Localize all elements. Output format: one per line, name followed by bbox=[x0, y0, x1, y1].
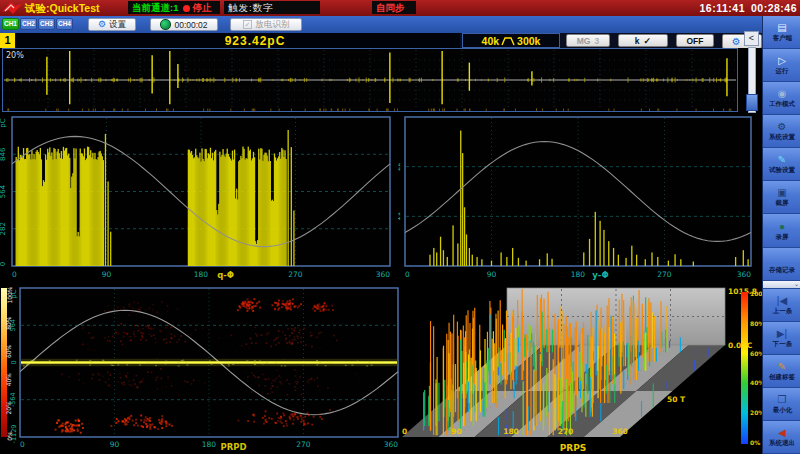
plot-area: 20% pC8465642820090180270360q-Φ 22110901… bbox=[0, 48, 762, 454]
sidebar-item-client[interactable]: ▤客户端 bbox=[763, 16, 800, 49]
svg-text:270: 270 bbox=[296, 440, 311, 449]
collapse-panel-button[interactable]: < bbox=[744, 31, 759, 46]
svg-text:0: 0 bbox=[10, 360, 18, 364]
off-button[interactable]: OFF bbox=[676, 34, 714, 47]
sidebar-item-test-settings[interactable]: ✎试验设置 bbox=[763, 148, 800, 181]
settings-label: 设置 bbox=[109, 19, 126, 31]
screen-record-icon: ● bbox=[779, 221, 785, 232]
svg-text:0: 0 bbox=[20, 440, 25, 449]
sidebar-item-system-settings[interactable]: ⚙系统设置 bbox=[763, 115, 800, 148]
next-icon: ▶| bbox=[777, 328, 787, 339]
filter-band-display[interactable]: 40k 300k bbox=[462, 33, 560, 48]
channel-badge: 1 bbox=[0, 33, 15, 48]
svg-text:270: 270 bbox=[288, 270, 303, 279]
channel-button-ch2[interactable]: CH2 bbox=[20, 18, 37, 30]
svg-text:270: 270 bbox=[657, 270, 672, 279]
test-settings-icon: ✎ bbox=[778, 154, 786, 165]
timer-button[interactable]: 00:00:02 bbox=[150, 18, 218, 31]
svg-text:pC: pC bbox=[0, 118, 7, 127]
svg-text:90: 90 bbox=[110, 440, 120, 449]
exit-icon: ◀ bbox=[778, 427, 786, 438]
qphi-histogram[interactable]: pC8465642820090180270360q-Φ bbox=[0, 114, 398, 283]
channel-button-ch1[interactable]: CH1 bbox=[2, 18, 19, 30]
svg-text:40%: 40% bbox=[6, 373, 13, 387]
sidebar-item-minimize[interactable]: ❐最小化 bbox=[763, 388, 800, 421]
svg-text:PRPD: PRPD bbox=[221, 442, 247, 452]
svg-text:q-Φ: q-Φ bbox=[217, 270, 234, 280]
sidebar-item-label: 上一条 bbox=[772, 307, 791, 314]
svg-text:90: 90 bbox=[102, 270, 112, 279]
gear-icon[interactable]: ⚙ bbox=[732, 36, 741, 47]
scrollbar-thumb[interactable] bbox=[746, 94, 758, 111]
bandpass-icon bbox=[501, 36, 515, 46]
mg-value: 3 bbox=[594, 36, 599, 46]
mg-label: MG bbox=[577, 36, 591, 46]
svg-text:y-Φ: y-Φ bbox=[592, 270, 608, 280]
sidebar-item-label: 试验设置 bbox=[769, 167, 795, 174]
channel-button-ch3[interactable]: CH3 bbox=[38, 18, 55, 30]
system-settings-icon: ⚙ bbox=[778, 121, 787, 132]
clock-icon bbox=[160, 19, 171, 30]
svg-text:0%: 0% bbox=[750, 439, 760, 446]
channel-button-ch4[interactable]: CH4 bbox=[56, 18, 73, 30]
svg-text:0: 0 bbox=[0, 262, 7, 266]
sidebar-scroll-divider[interactable]: ⌄ bbox=[763, 281, 800, 289]
svg-text:180: 180 bbox=[571, 270, 586, 279]
sidebar-item-label: 系统设置 bbox=[769, 134, 795, 141]
filter-low-label: 40k bbox=[482, 35, 500, 47]
sidebar-item-label: 下一条 bbox=[772, 340, 791, 347]
k-unit-button[interactable]: k ✓ bbox=[618, 34, 668, 47]
svg-text:180: 180 bbox=[194, 270, 209, 279]
reading-panel: 923.42pC bbox=[16, 33, 460, 49]
mg-button[interactable]: MG 3 bbox=[566, 34, 610, 47]
prpd-plot[interactable]: 100%80%60%40%20%0%pC5640-564-11290901802… bbox=[0, 283, 400, 454]
sidebar-item-storage-records[interactable]: 存储记录 bbox=[763, 248, 800, 281]
svg-text:22: 22 bbox=[398, 162, 403, 171]
svg-text:282: 282 bbox=[0, 222, 7, 235]
check-icon: ✓ bbox=[243, 20, 253, 29]
sidebar-item-screen-record[interactable]: ●录屏 bbox=[763, 214, 800, 247]
prps-3d-plot[interactable]: 1015.80.0pC50 T090180270360PRPS100%80%60… bbox=[395, 283, 762, 454]
svg-text:270: 270 bbox=[558, 427, 574, 436]
svg-text:180: 180 bbox=[503, 427, 519, 436]
svg-text:0.0pC: 0.0pC bbox=[728, 341, 753, 350]
svg-text:pC: pC bbox=[10, 289, 18, 298]
svg-text:50 T: 50 T bbox=[667, 395, 686, 404]
sidebar-item-label: 存储记录 bbox=[769, 266, 795, 273]
sidebar-item-exit[interactable]: ◀系统退出 bbox=[763, 421, 800, 454]
app-logo bbox=[2, 1, 22, 14]
sidebar-item-create-label[interactable]: ✎创建标签 bbox=[763, 355, 800, 388]
time-of-day: 16:11:41 bbox=[700, 2, 745, 14]
svg-text:20%: 20% bbox=[6, 51, 24, 60]
sidebar-item-work-mode[interactable]: ◉工作模式 bbox=[763, 82, 800, 115]
nphi-histogram[interactable]: 2211090180270360y-Φ bbox=[398, 114, 754, 283]
gear-icon: ⚙ bbox=[98, 20, 106, 29]
svg-text:PRPS: PRPS bbox=[560, 443, 587, 453]
sidebar-item-label: 工作模式 bbox=[769, 101, 795, 108]
svg-text:90: 90 bbox=[451, 427, 461, 436]
pulse-strip-chart[interactable]: 20% bbox=[2, 48, 738, 112]
channel-status-box: 当前通道:1停止 bbox=[128, 1, 220, 14]
sidebar-item-label: 创建标签 bbox=[769, 373, 795, 380]
sidebar-item-label: 系统退出 bbox=[769, 439, 795, 446]
run-icon: ▷ bbox=[778, 55, 786, 66]
sidebar-item-screenshot[interactable]: ▣截屏 bbox=[763, 181, 800, 214]
settings-button[interactable]: ⚙ 设置 bbox=[88, 18, 136, 31]
timer-value: 00:00:02 bbox=[174, 20, 207, 30]
svg-text:60%: 60% bbox=[750, 350, 762, 357]
svg-text:846: 846 bbox=[0, 147, 7, 161]
sidebar-item-next[interactable]: ▶|下一条 bbox=[763, 322, 800, 355]
elapsed-time: 00:28:46 bbox=[751, 2, 797, 14]
sidebar-item-label: 运行 bbox=[776, 67, 789, 74]
sidebar-item-previous[interactable]: |◀上一条 bbox=[763, 289, 800, 322]
svg-text:360: 360 bbox=[376, 270, 391, 279]
filter-high-label: 300k bbox=[517, 35, 540, 47]
svg-text:0: 0 bbox=[12, 270, 17, 279]
pd-analyzer-window: 试验:QuickTest 当前通道:1停止 触发:数字 自同步 16:11:41… bbox=[0, 0, 800, 454]
sidebar-item-run[interactable]: ▷运行 bbox=[763, 49, 800, 82]
sidebar-menu: ▤客户端▷运行◉工作模式⚙系统设置✎试验设置▣截屏●录屏存储记录⌄|◀上一条▶|… bbox=[762, 16, 800, 454]
discharge-recognition-button[interactable]: ✓ 放电识别 bbox=[230, 18, 302, 31]
vertical-scrollbar[interactable] bbox=[748, 47, 756, 113]
svg-text:180: 180 bbox=[202, 440, 217, 449]
clock: 16:11:4100:28:46 bbox=[694, 0, 797, 16]
